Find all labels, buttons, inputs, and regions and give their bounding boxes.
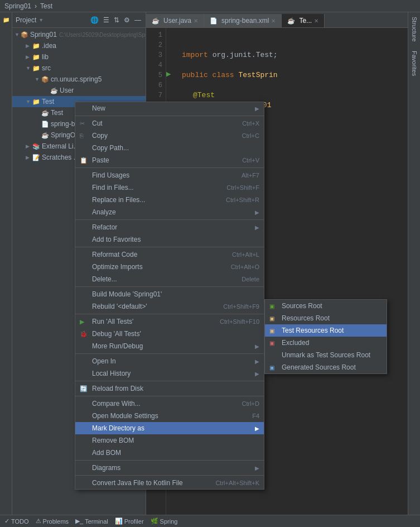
project-toolbar: Project ▼ 🌐 ☰ ⇅ ⚙ — [12, 12, 146, 28]
tab-todo[interactable]: ✓ TODO [4, 518, 29, 525]
menu-diagrams-label: Diagrams [92, 464, 120, 472]
resourcesroot-icon: ▣ [269, 315, 278, 322]
markdirectoryas-arrow: ▶ [255, 425, 259, 432]
menu-reformatcode-label: Reformat Code [92, 251, 137, 258]
folder-icon-src: 📁 [32, 65, 40, 72]
menu-reload-label: Reload from Disk [92, 385, 143, 392]
profiler-icon: 📊 [115, 518, 123, 525]
list-icon[interactable]: ☰ [102, 15, 110, 25]
tab-springxml[interactable]: 📄 spring-bean.xml ✕ [204, 14, 282, 27]
menu-copypath[interactable]: Copy Path... [75, 142, 264, 154]
submenu-excluded[interactable]: ▣ Excluded [265, 337, 387, 349]
copy-icon: ⎘ [80, 132, 89, 139]
label-spring01: Spring01 [30, 31, 57, 39]
right-panels: Structure Favorites [408, 12, 420, 515]
tab-problems[interactable]: ⚠ Problems [36, 518, 69, 525]
openmodulesettings-shortcut: F4 [252, 413, 259, 419]
structure-panel[interactable]: Structure [409, 12, 420, 46]
tree-item-idea[interactable]: ▶ 📁 .idea [12, 40, 146, 51]
menu-openin[interactable]: Open In ▶ [75, 355, 264, 367]
tab-profiler[interactable]: 📊 Profiler [115, 518, 144, 525]
tree-item-spring01[interactable]: ▼ 📦 Spring01 C:\Users\25029\Desktop\spri… [12, 29, 146, 40]
menu-comparewith[interactable]: Compare With... Ctrl+D [75, 397, 264, 410]
menu-replaceinfiles[interactable]: Replace in Files... Ctrl+Shift+R [75, 194, 264, 206]
label-external: External Li... [42, 142, 79, 150]
title-separator: › [35, 2, 37, 10]
tab-label-test: Te... [299, 17, 312, 25]
menu-localhistory[interactable]: Local History ▶ [75, 367, 264, 380]
menu-runalltests[interactable]: ▶ Run 'All Tests' Ctrl+Shift+F10 [75, 315, 264, 328]
sep10 [75, 460, 264, 461]
menu-rebuild[interactable]: Rebuild '<default>' Ctrl+Shift+F9 [75, 300, 264, 313]
arrow-lib: ▶ [26, 54, 31, 60]
spring-icon: 🌿 [151, 518, 158, 525]
menu-morerun[interactable]: More Run/Debug ▶ [75, 340, 264, 352]
tree-item-src[interactable]: ▼ 📁 src [12, 63, 146, 74]
globe-icon[interactable]: 🌐 [89, 15, 100, 25]
favorites-panel[interactable]: Favorites [409, 46, 420, 80]
menu-removebom[interactable]: Remove BOM [75, 434, 264, 447]
tab-spring[interactable]: 🌿 Spring [151, 518, 178, 525]
xml-icon-tab: 📄 [210, 17, 218, 25]
menu-rebuild-label: Rebuild '<default>' [92, 303, 147, 310]
runalltests-shortcut: Ctrl+Shift+F10 [220, 318, 259, 325]
terminal-icon: ▶_ [75, 518, 83, 525]
menu-addtofavorites-label: Add to Favorites [92, 236, 141, 243]
menu-cut[interactable]: ✂ Cut Ctrl+X [75, 117, 264, 130]
reload-icon: 🔄 [80, 385, 89, 392]
submenu-testresourcesroot[interactable]: ▣ Test Resources Root [265, 324, 387, 337]
menu-reload[interactable]: 🔄 Reload from Disk [75, 382, 264, 395]
tab-test[interactable]: ☕ Te... ✕ [282, 14, 325, 27]
close-test[interactable]: ✕ [314, 18, 318, 24]
submenu-unmark[interactable]: Unmark as Test Sources Root [265, 349, 387, 361]
menu-findinfiles[interactable]: Find in Files... Ctrl+Shift+F [75, 181, 264, 194]
tree-item-cn[interactable]: ▼ 📦 cn.unuuc.spring5 [12, 74, 146, 85]
menu-paste[interactable]: 📋 Paste Ctrl+V [75, 154, 264, 166]
submenu-generatedsourcesroot-label: Generated Sources Root [282, 363, 356, 371]
close-userjava[interactable]: ✕ [194, 18, 198, 24]
tab-userjava[interactable]: ☕ User.java ✕ [146, 14, 204, 27]
menu-buildmodule[interactable]: Build Module 'Spring01' [75, 288, 264, 300]
menu-new[interactable]: New ▶ [75, 102, 264, 114]
optimizeimports-shortcut: Ctrl+Alt+O [231, 264, 259, 270]
sep11 [75, 475, 264, 476]
menu-addbom[interactable]: Add BOM [75, 447, 264, 459]
menu-analyze[interactable]: Analyze ▶ [75, 206, 264, 218]
sep2 [75, 167, 264, 168]
menu-convertjava[interactable]: Convert Java File to Kotlin File Ctrl+Al… [75, 477, 264, 489]
menu-buildmodule-label: Build Module 'Spring01' [92, 290, 162, 298]
menu-markdirectoryas[interactable]: Mark Directory as ▶ [75, 422, 264, 434]
menu-refactor[interactable]: Refactor ▶ [75, 221, 264, 233]
tree-item-user[interactable]: ☕ User [12, 85, 146, 96]
menu-optimizeimports[interactable]: Optimize Imports Ctrl+Alt+O [75, 261, 264, 273]
close-springxml[interactable]: ✕ [271, 18, 276, 24]
bottom-bar: ✓ TODO ⚠ Problems ▶_ Terminal 📊 Profiler… [0, 515, 420, 527]
replaceinfiles-shortcut: Ctrl+Shift+R [226, 197, 259, 203]
submenu-unmark-label: Unmark as Test Sources Root [282, 351, 370, 359]
submenu-sourcesroot[interactable]: ▣ Sources Root [265, 300, 387, 312]
menu-reformatcode[interactable]: Reformat Code Ctrl+Alt+L [75, 248, 264, 261]
filter-icon[interactable]: ⇅ [113, 15, 120, 25]
gear-icon[interactable]: ⚙ [123, 15, 131, 25]
menu-debugalltests[interactable]: 🐞 Debug 'All Tests' [75, 328, 264, 340]
java-icon-springclass: ☕ [41, 132, 49, 139]
project-icon[interactable]: 📁 [1, 15, 11, 25]
menu-copy[interactable]: ⎘ Copy Ctrl+C [75, 130, 264, 142]
menu-delete[interactable]: Delete... Delete [75, 273, 264, 285]
tree-item-lib[interactable]: ▶ 📁 lib [12, 51, 146, 63]
menu-paste-label: Paste [92, 156, 109, 164]
menu-findusages[interactable]: Find Usages Alt+F7 [75, 169, 264, 181]
submenu-generatedsourcesroot[interactable]: ▣ Generated Sources Root [265, 361, 387, 373]
editor-tabs: ☕ User.java ✕ 📄 spring-bean.xml ✕ ☕ Te..… [146, 12, 408, 28]
menu-addtofavorites[interactable]: Add to Favorites [75, 233, 264, 246]
menu-openmodulesettings[interactable]: Open Module Settings F4 [75, 410, 264, 422]
tab-terminal[interactable]: ▶_ Terminal [75, 518, 108, 525]
arrow-external: ▶ [26, 143, 31, 149]
submenu-resourcesroot[interactable]: ▣ Resources Root [265, 312, 387, 324]
project-dropdown-arrow[interactable]: ▼ [38, 17, 44, 23]
menu-diagrams[interactable]: Diagrams ▶ [75, 462, 264, 474]
menu-localhistory-label: Local History [92, 370, 131, 377]
minimize-icon[interactable]: — [133, 15, 142, 25]
cut-shortcut: Ctrl+X [242, 120, 259, 127]
external-icon: 📚 [32, 143, 40, 150]
